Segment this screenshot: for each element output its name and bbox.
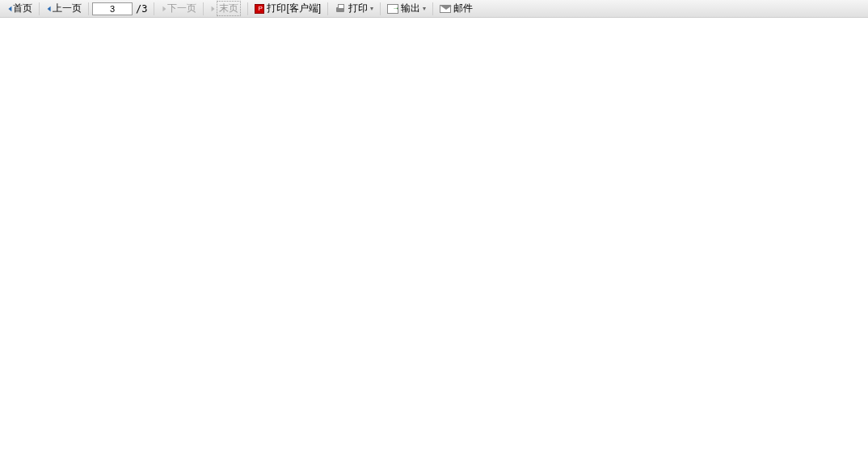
first-label: 首页	[13, 2, 32, 15]
chevron-down-icon: ▾	[370, 5, 373, 12]
sep	[327, 2, 328, 15]
next-label: 下一页	[167, 2, 196, 15]
last-icon	[210, 5, 217, 13]
last-label: 末页	[217, 1, 241, 16]
prev-page-button[interactable]: 上一页	[43, 0, 85, 17]
first-icon	[6, 5, 13, 13]
printer-icon	[335, 4, 346, 14]
export-label: 输出	[401, 2, 420, 15]
sep	[380, 2, 381, 15]
chevron-down-icon: ▾	[423, 5, 426, 12]
print-client-button[interactable]: 打印[客户端]	[251, 0, 324, 17]
export-icon	[387, 4, 398, 14]
toolbar: 首页 上一页 /3 下一页 末页 打印[客户端] 打印 ▾ 输出 ▾ 邮件	[0, 0, 868, 18]
sep	[432, 2, 433, 15]
prev-label: 上一页	[53, 2, 82, 15]
print-label: 打印	[348, 2, 368, 15]
mail-icon	[440, 5, 451, 13]
sep	[247, 2, 248, 15]
pdf-icon	[255, 4, 264, 14]
last-page-button: 末页	[207, 0, 244, 17]
mail-label: 邮件	[453, 2, 473, 15]
page-input[interactable]	[92, 2, 133, 15]
sep	[88, 2, 89, 15]
print-button[interactable]: 打印 ▾	[331, 0, 377, 17]
prev-icon	[46, 5, 53, 13]
next-page-button: 下一页	[158, 0, 200, 17]
print-client-label: 打印[客户端]	[267, 2, 321, 15]
sep	[39, 2, 40, 15]
mail-button[interactable]: 邮件	[436, 0, 476, 17]
sep	[203, 2, 204, 15]
page-total: /3	[133, 3, 150, 15]
export-button[interactable]: 输出 ▾	[384, 0, 429, 17]
next-icon	[161, 5, 167, 13]
first-page-button[interactable]: 首页	[3, 0, 36, 17]
sep	[154, 2, 154, 15]
